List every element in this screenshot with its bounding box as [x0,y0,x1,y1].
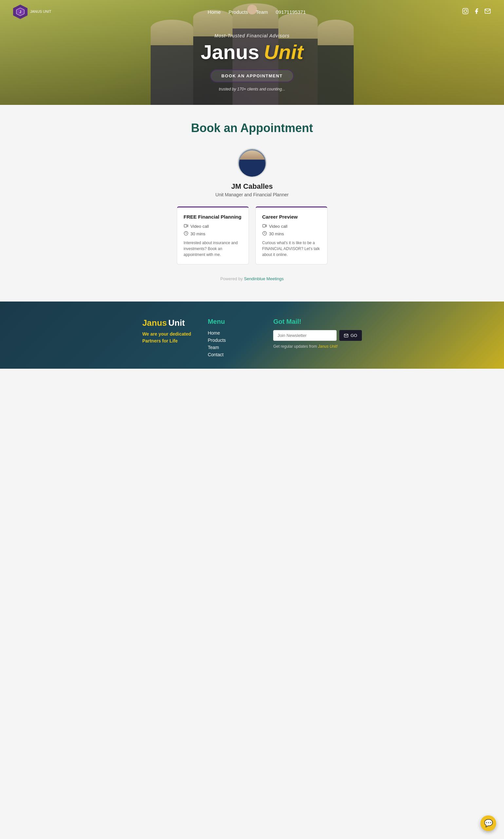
facebook-icon[interactable] [473,8,480,16]
navigation: J JANUS UNIT Home Products Team 09171195… [0,0,504,23]
footer-mail-col: Got Mail! GO Get regular updates from Ja… [273,318,362,359]
card-title-2: Career Preview [262,214,321,220]
appointment-section: Book an Appointment JM Caballes Unit Man… [138,121,367,281]
footer: Janus Unit We are your dedicated Partner… [0,301,504,369]
person-silhouette-1 [151,20,193,105]
footer-link-contact[interactable]: Contact [208,352,260,357]
card-type-1: Video call [184,224,242,229]
clock-icon-2 [262,231,267,237]
footer-link-products[interactable]: Products [208,337,260,343]
main-content: Book an Appointment JM Caballes Unit Man… [0,105,504,301]
nav-team[interactable]: Team [256,9,268,15]
hero-subtitle: Most-Trusted Financial Advisors [201,33,304,38]
nav-social-icons [462,8,491,16]
logo-icon: J [13,5,28,19]
footer-updates-text: Get regular updates from Janus Unit! [273,344,362,349]
newsletter-submit-button[interactable]: GO [339,330,362,341]
card-free-financial-planning[interactable]: FREE Financial Planning Video call 30 mi… [177,207,249,264]
advisor-photo [239,151,265,177]
sendinblue-link[interactable]: Sendinblue Meetings [244,276,284,281]
footer-brand: Janus Unit [142,318,195,328]
appointment-cards: FREE Financial Planning Video call 30 mi… [138,207,367,264]
advisor-name: JM Caballes [138,182,367,191]
card-desc-2: Curious what's it is like to be a FINANC… [262,240,321,258]
hero-title-unit: Unit [264,40,304,64]
footer-brand-col: Janus Unit We are your dedicated Partner… [142,318,195,359]
footer-menu-title: Menu [208,318,260,326]
mail-send-icon [344,333,348,338]
clock-icon-1 [184,231,188,237]
instagram-icon[interactable] [462,8,469,16]
hero-cta-button[interactable]: BOOK AN APPOINTMENT [210,69,294,82]
hero-trust-text: trusted by 170+ clients and counting... [201,87,304,91]
svg-rect-2 [463,8,468,14]
footer-brand-janus: Janus [142,318,167,328]
footer-brand-unit: Unit [168,318,185,328]
footer-link-home[interactable]: Home [208,330,260,336]
email-icon[interactable] [484,8,491,16]
footer-got-mail-title: Got Mail! [273,318,362,326]
nav-products[interactable]: Products [229,9,248,15]
card-career-preview[interactable]: Career Preview Video call 30 mins Curiou… [255,207,327,264]
svg-text:J: J [19,10,21,14]
footer-link-team[interactable]: Team [208,345,260,350]
person-silhouette-5 [318,20,354,105]
hero-title: Janus Unit [201,40,304,64]
footer-menu-col: Menu Home Products Team Contact [208,318,260,359]
svg-point-3 [464,10,467,12]
card-desc-1: Interested about insurance and investmen… [184,240,242,258]
nav-home[interactable]: Home [208,9,221,15]
nav-links: Home Products Team 09171195371 [208,9,306,15]
powered-by: Powered by Sendinblue Meetings [138,276,367,281]
advisor-avatar [237,148,267,178]
newsletter-form: GO [273,330,362,341]
newsletter-input[interactable] [273,330,337,341]
footer-menu-links: Home Products Team Contact [208,330,260,357]
footer-tagline: We are your dedicated Partners for Life [142,331,195,345]
nav-phone: 09171195371 [276,9,306,15]
card-duration-1: 30 mins [184,231,242,237]
video-icon-1 [184,224,188,229]
video-icon-2 [262,224,267,229]
card-duration-2: 30 mins [262,231,321,237]
hero-title-janus: Janus [201,40,259,64]
advisor-role: Unit Manager and Financial Planner [138,192,367,197]
svg-point-4 [467,9,467,10]
section-title: Book an Appointment [138,121,367,135]
hero-content: Most-Trusted Financial Advisors Janus Un… [201,14,304,91]
card-title-1: FREE Financial Planning [184,214,242,220]
logo-text: JANUS UNIT [30,10,51,14]
svg-rect-8 [263,225,265,227]
logo[interactable]: J JANUS UNIT [13,5,51,19]
card-type-2: Video call [262,224,321,229]
svg-rect-6 [184,225,187,227]
